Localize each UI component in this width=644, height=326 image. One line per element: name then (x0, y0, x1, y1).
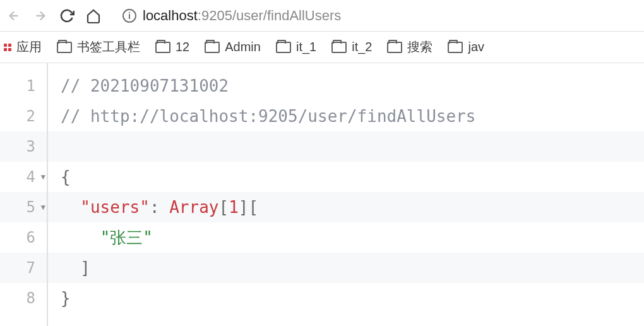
bookmark-folder-1[interactable]: 12 (155, 40, 189, 54)
bookmark-folder-5[interactable]: 搜索 (387, 39, 432, 56)
apps-button[interactable]: 应用 (4, 39, 42, 56)
folder-icon (387, 42, 402, 53)
line-number: 3 (0, 131, 47, 162)
back-button[interactable] (5, 7, 23, 25)
line-number: 1 (0, 71, 47, 101)
json-key: "users" (80, 198, 150, 217)
bookmark-label: Admin (225, 40, 261, 54)
line-number: 6 (0, 222, 47, 253)
apps-icon (4, 44, 11, 51)
url-path: :9205/user/findAllUsers (198, 8, 341, 23)
line-number: 5▼ (0, 192, 47, 222)
line-number: 2 (0, 101, 47, 131)
code-comment: // http://localhost:9205/user/findAllUse… (61, 107, 475, 126)
json-string: "张三" (100, 227, 153, 249)
fold-toggle-icon[interactable]: ▼ (41, 203, 45, 212)
bookmark-folder-3[interactable]: it_1 (276, 40, 316, 54)
code-comment: // 20210907131002 (61, 76, 229, 95)
array-count: 1 (229, 198, 239, 217)
bookmark-label: it_1 (296, 40, 316, 54)
fold-toggle-icon[interactable]: ▼ (41, 172, 45, 181)
address-bar[interactable]: i localhost:9205/user/findAllUsers (122, 8, 341, 24)
bookmark-folder-4[interactable]: it_2 (331, 40, 372, 54)
folder-icon (331, 42, 347, 53)
bookmark-label: 12 (176, 40, 189, 54)
bookmark-label: it_2 (352, 40, 372, 54)
home-button[interactable] (85, 7, 102, 25)
bracket-close: ] (80, 258, 90, 277)
bookmark-folder-6[interactable]: jav (448, 40, 484, 54)
line-number: 4▼ (0, 162, 47, 192)
forward-button[interactable] (32, 7, 49, 25)
info-icon[interactable]: i (122, 9, 136, 23)
code-content[interactable]: // 20210907131002 // http://localhost:92… (48, 63, 644, 326)
brace-close: } (61, 289, 71, 308)
brace-open: { (61, 167, 71, 186)
bookmark-label: 搜索 (407, 39, 432, 56)
line-number: 7 (0, 253, 47, 283)
json-viewer: 1 2 3 4▼ 5▼ 6 7 8 // 20210907131002 // h… (0, 63, 644, 326)
bookmark-folder-0[interactable]: 书签工具栏 (57, 39, 140, 56)
url-host: localhost (143, 8, 198, 23)
bookmark-label: jav (468, 40, 484, 54)
folder-icon (155, 42, 170, 53)
bookmark-label: 书签工具栏 (77, 39, 140, 56)
array-label: Array (169, 198, 218, 217)
apps-label: 应用 (16, 39, 42, 56)
bookmark-folder-2[interactable]: Admin (205, 40, 261, 54)
folder-icon (205, 42, 220, 53)
folder-icon (57, 42, 72, 53)
line-number: 8 (0, 283, 47, 313)
reload-button[interactable] (58, 7, 76, 25)
bookmarks-bar: 应用 书签工具栏 12 Admin it_1 it_2 搜索 jav (0, 32, 644, 63)
line-gutter: 1 2 3 4▼ 5▼ 6 7 8 (0, 63, 48, 326)
folder-icon (448, 42, 463, 53)
folder-icon (276, 42, 291, 53)
